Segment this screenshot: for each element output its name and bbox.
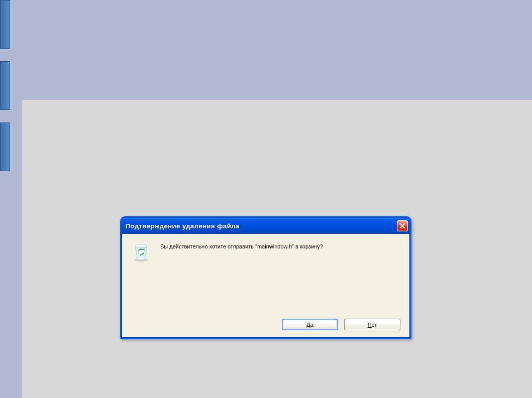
dialog-message: Вы действительно хотите отправить "mainw… bbox=[160, 242, 323, 250]
message-row: Вы действительно хотите отправить "mainw… bbox=[132, 242, 399, 262]
dialog-body: Вы действительно хотите отправить "mainw… bbox=[122, 234, 410, 338]
confirm-delete-dialog: Подтверждение удаления файла bbox=[120, 216, 411, 339]
close-icon bbox=[399, 223, 405, 229]
toolwindow-tab-1[interactable] bbox=[0, 0, 10, 49]
toolwindow-tab-2[interactable] bbox=[0, 61, 10, 110]
no-button[interactable]: Нет bbox=[344, 319, 400, 330]
toolwindow-tab-3[interactable] bbox=[0, 122, 10, 171]
yes-button[interactable]: Да bbox=[282, 319, 338, 330]
svg-point-1 bbox=[136, 244, 147, 248]
button-row: Да Нет bbox=[282, 319, 400, 330]
dialog-titlebar[interactable]: Подтверждение удаления файла bbox=[122, 218, 410, 234]
close-button[interactable] bbox=[397, 220, 408, 231]
recycle-bin-icon bbox=[132, 241, 150, 262]
dialog-title: Подтверждение удаления файла bbox=[126, 222, 240, 230]
